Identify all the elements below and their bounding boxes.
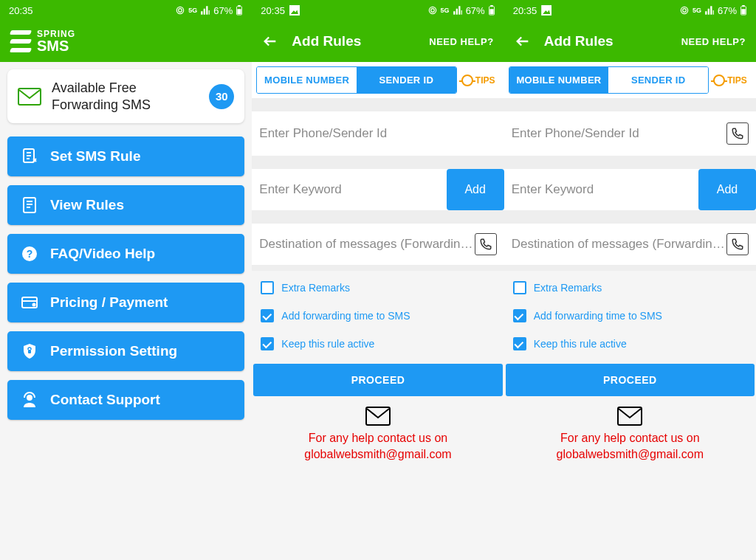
keyword-input[interactable] [252, 169, 446, 210]
pick-contact-button[interactable] [726, 122, 749, 145]
pricing-label: Pricing / Payment [50, 294, 168, 311]
forwarding-time-row[interactable]: Add forwarding time to SMS [509, 302, 752, 330]
permission-button[interactable]: Permission Setting [7, 331, 244, 371]
tab-sender-id[interactable]: SENDER ID [357, 67, 456, 93]
keyword-input[interactable] [504, 169, 698, 210]
phone-sender-input[interactable] [512, 126, 726, 141]
add-keyword-button[interactable]: Add [698, 169, 756, 210]
bulb-icon [461, 75, 473, 86]
checkbox-icon[interactable] [513, 309, 526, 322]
proceed-button[interactable]: PROCEED [506, 364, 755, 396]
checkbox-icon[interactable] [261, 337, 274, 350]
svg-rect-25 [618, 407, 642, 425]
tips-label: TIPS [727, 75, 747, 86]
svg-point-20 [681, 7, 687, 13]
need-help-link[interactable]: NEED HELP? [681, 36, 746, 47]
extra-remarks-label: Extra Remarks [281, 282, 350, 294]
checkbox-icon[interactable] [513, 337, 526, 350]
set-sms-rule-button[interactable]: Set SMS Rule [7, 136, 244, 176]
svg-rect-3 [238, 5, 241, 7]
envelope-icon [617, 407, 642, 426]
screen-add-rules-sender: 20:35 5G 67% Add Rules NEED HELP? MOBILE… [504, 0, 756, 560]
help-email[interactable]: globalwebsmith@gmail.com [519, 446, 741, 463]
tips-link[interactable]: TIPS [457, 66, 500, 94]
pick-contact-button[interactable] [475, 233, 497, 255]
status-icons: 5G 67% [427, 5, 495, 16]
svg-rect-5 [18, 89, 41, 105]
svg-point-11 [33, 304, 35, 306]
rule-type-tabs: MOBILE NUMBER SENDER ID [509, 66, 709, 94]
svg-rect-12 [28, 350, 31, 353]
status-bar: 20:35 5G 67% [0, 0, 252, 21]
page-title: Add Rules [544, 33, 668, 49]
free-sms-text: Available Free Forwarding SMS [52, 80, 199, 113]
need-help-link[interactable]: NEED HELP? [429, 36, 493, 47]
tab-mobile-number[interactable]: MOBILE NUMBER [509, 67, 609, 93]
status-icons: 5G 67% [175, 5, 243, 16]
tips-link[interactable]: TIPS [709, 66, 752, 94]
back-icon[interactable] [515, 33, 531, 49]
shield-icon [21, 342, 38, 360]
status-battery: 67% [213, 5, 233, 16]
phone-icon [479, 238, 492, 251]
forwarding-time-row[interactable]: Add forwarding time to SMS [256, 302, 499, 330]
svg-point-15 [430, 9, 434, 13]
destination-input[interactable] [512, 237, 726, 252]
sender-input-row [252, 111, 504, 156]
phone-icon [731, 127, 744, 140]
gallery-icon [289, 5, 300, 15]
phone-sender-input[interactable] [259, 126, 496, 141]
svg-rect-19 [366, 407, 390, 425]
help-line1: For any help contact us on [519, 430, 741, 446]
forwarding-time-label: Add forwarding time to SMS [281, 310, 410, 322]
extra-remarks-row[interactable]: Extra Remarks [509, 274, 752, 302]
svg-point-14 [429, 7, 436, 13]
checkbox-icon[interactable] [513, 281, 526, 294]
extra-remarks-row[interactable]: Extra Remarks [256, 274, 499, 302]
keep-active-label: Keep this rule active [534, 338, 627, 350]
status-battery: 67% [718, 5, 737, 16]
free-sms-card[interactable]: Available Free Forwarding SMS 30 [7, 69, 244, 123]
payment-icon [21, 294, 38, 311]
view-rules-button[interactable]: View Rules [7, 185, 244, 225]
keyword-row: Add [252, 169, 504, 210]
status-bar: 20:35 5G 67% [504, 0, 756, 21]
bulb-icon [713, 75, 725, 86]
help-line1: For any help contact us on [267, 430, 489, 446]
free-sms-badge: 30 [209, 84, 234, 109]
pricing-button[interactable]: Pricing / Payment [7, 283, 244, 322]
tab-mobile-number[interactable]: MOBILE NUMBER [257, 67, 357, 93]
keep-active-label: Keep this rule active [281, 338, 374, 350]
add-keyword-button[interactable]: Add [447, 169, 504, 210]
keep-active-row[interactable]: Keep this rule active [509, 330, 752, 358]
destination-row [252, 224, 504, 265]
checkbox-icon[interactable] [261, 309, 274, 322]
tips-label: TIPS [475, 75, 495, 86]
svg-rect-18 [489, 9, 493, 14]
help-email[interactable]: globalwebsmith@gmail.com [267, 446, 489, 463]
app-logo: SPRING SMS [10, 30, 75, 53]
sender-input-row [504, 111, 756, 156]
faq-button[interactable]: ? FAQ/Video Help [7, 234, 244, 274]
svg-rect-24 [741, 9, 745, 14]
keyword-row: Add [504, 169, 756, 210]
status-time: 20:35 [261, 5, 285, 16]
svg-text:?: ? [27, 248, 33, 260]
pick-contact-button[interactable] [726, 233, 749, 255]
checkbox-icon[interactable] [261, 281, 274, 294]
keep-active-row[interactable]: Keep this rule active [256, 330, 499, 358]
destination-input[interactable] [259, 237, 474, 252]
status-bar: 20:35 5G 67% [252, 0, 504, 21]
tab-sender-id[interactable]: SENDER ID [608, 67, 708, 93]
proceed-button[interactable]: PROCEED [253, 364, 502, 396]
contact-support-button[interactable]: Contact Support [7, 380, 244, 420]
status-icons: 5G 67% [679, 5, 747, 16]
status-time: 20:35 [9, 5, 33, 16]
gallery-icon [541, 5, 551, 15]
forwarding-time-label: Add forwarding time to SMS [534, 310, 662, 322]
svg-point-1 [179, 9, 182, 13]
app-bar: SPRING SMS [0, 21, 252, 62]
page-title: Add Rules [292, 33, 416, 49]
svg-rect-4 [238, 9, 241, 14]
back-icon[interactable] [262, 33, 278, 49]
